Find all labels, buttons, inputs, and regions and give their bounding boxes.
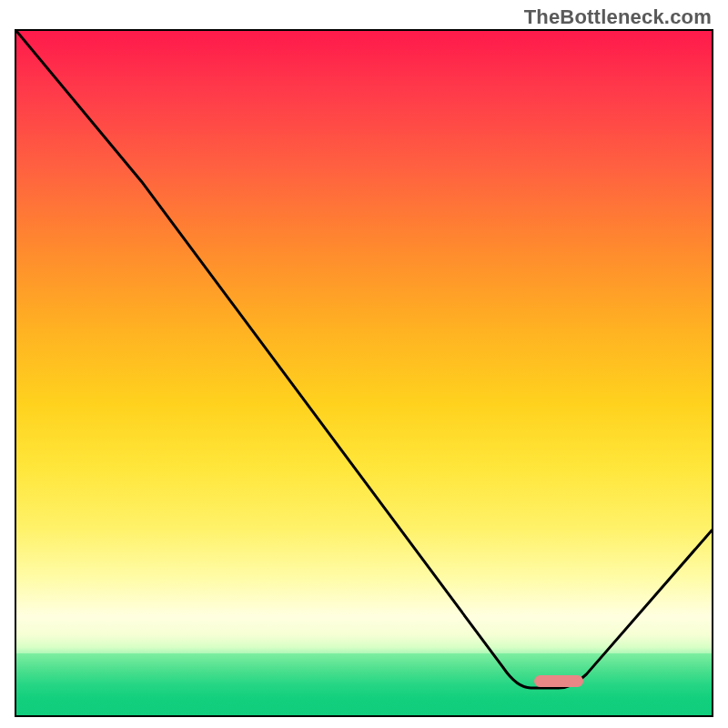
attribution-text: TheBottleneck.com: [524, 5, 712, 29]
bottleneck-curve: [16, 31, 712, 715]
optimal-marker: [534, 675, 582, 687]
chart-frame: [15, 29, 713, 717]
